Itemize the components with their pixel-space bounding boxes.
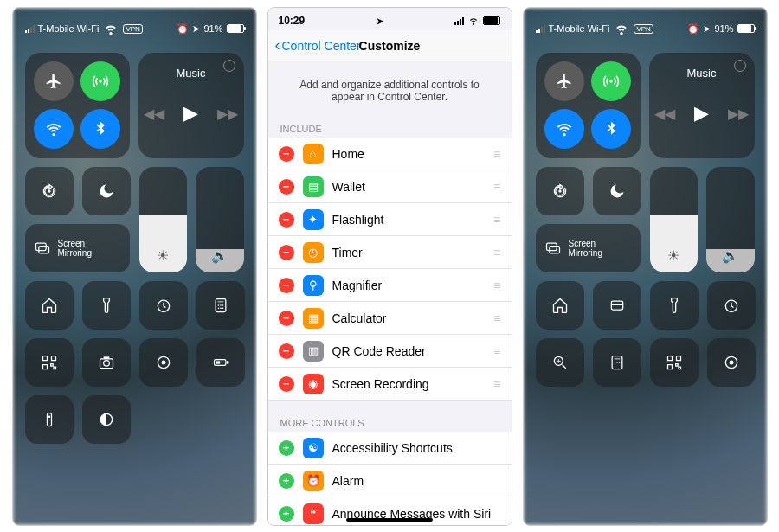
- wifi-toggle[interactable]: [544, 109, 584, 149]
- rewind-button[interactable]: ◀◀: [654, 106, 675, 122]
- svg-point-21: [48, 415, 50, 418]
- settings-row[interactable]: −▦Calculator≡: [268, 302, 512, 335]
- volume-slider[interactable]: 🔈: [196, 167, 244, 272]
- forward-button[interactable]: ▶▶: [728, 106, 749, 122]
- reorder-handle[interactable]: ≡: [487, 344, 501, 358]
- play-button[interactable]: ▶: [183, 102, 198, 125]
- add-button[interactable]: +: [279, 440, 294, 456]
- navigation-bar: ‹ Control Center Customize: [268, 30, 512, 61]
- remove-button[interactable]: −: [279, 278, 294, 293]
- speaker-icon: 🔈: [706, 247, 755, 264]
- svg-point-9: [217, 308, 219, 310]
- rotation-lock-toggle[interactable]: [536, 167, 584, 215]
- settings-row[interactable]: −⚲Magnifier≡: [268, 269, 512, 302]
- time-label: 10:29: [279, 15, 306, 27]
- home-indicator[interactable]: [346, 518, 433, 522]
- reorder-handle[interactable]: ≡: [487, 377, 501, 391]
- bluetooth-toggle[interactable]: [80, 109, 120, 149]
- tile-remote[interactable]: [25, 395, 74, 444]
- settings-row[interactable]: +❝Announce Messages with Siri: [268, 497, 512, 526]
- svg-point-8: [222, 304, 223, 306]
- remove-button[interactable]: −: [279, 146, 294, 162]
- remove-button[interactable]: −: [279, 311, 294, 326]
- tile-record[interactable]: [707, 338, 756, 387]
- connectivity-module[interactable]: [536, 53, 641, 158]
- bluetooth-toggle[interactable]: [591, 109, 631, 149]
- music-module[interactable]: Music ◀◀ ▶ ▶▶: [138, 53, 244, 158]
- tile-home[interactable]: [536, 281, 584, 330]
- tile-timer[interactable]: [707, 281, 756, 330]
- music-title: Music: [147, 67, 235, 80]
- svg-rect-25: [549, 247, 559, 253]
- reorder-handle[interactable]: ≡: [487, 213, 501, 227]
- remove-button[interactable]: −: [279, 212, 294, 228]
- remove-button[interactable]: −: [279, 343, 294, 359]
- tile-qr[interactable]: [25, 338, 74, 387]
- tile-timer[interactable]: [139, 281, 188, 330]
- dnd-toggle[interactable]: [82, 167, 131, 215]
- tile-camera[interactable]: [82, 338, 131, 387]
- reorder-handle[interactable]: ≡: [487, 147, 501, 161]
- connectivity-module[interactable]: [25, 53, 130, 158]
- tile-flashlight[interactable]: [650, 281, 699, 330]
- settings-row[interactable]: −⌂Home≡: [268, 138, 512, 170]
- wifi-icon: [613, 19, 630, 38]
- location-icon: ➤: [377, 16, 383, 26]
- cellular-toggle[interactable]: [591, 61, 631, 101]
- airplay-icon[interactable]: [734, 60, 746, 72]
- remove-button[interactable]: −: [279, 245, 294, 260]
- music-module[interactable]: Music ◀◀ ▶ ▶▶: [649, 53, 755, 158]
- brightness-slider[interactable]: ☀: [139, 167, 188, 272]
- tile-qr[interactable]: [650, 338, 699, 387]
- add-button[interactable]: +: [279, 506, 294, 522]
- tile-flashlight[interactable]: [82, 281, 131, 330]
- dnd-toggle[interactable]: [593, 167, 641, 215]
- tile-record[interactable]: [139, 338, 188, 387]
- app-icon: ⏰: [303, 471, 324, 491]
- reorder-handle[interactable]: ≡: [487, 279, 501, 292]
- battery-pct: 91%: [203, 23, 222, 34]
- rewind-button[interactable]: ◀◀: [144, 106, 164, 122]
- cellular-toggle[interactable]: [80, 61, 120, 101]
- tile-calculator[interactable]: [593, 338, 641, 387]
- remove-button[interactable]: −: [279, 376, 294, 392]
- rotation-lock-toggle[interactable]: [25, 167, 74, 215]
- reorder-handle[interactable]: ≡: [487, 311, 501, 325]
- app-icon: ▦: [303, 308, 324, 329]
- settings-row[interactable]: −▤Wallet≡: [268, 170, 512, 203]
- volume-slider[interactable]: 🔈: [706, 167, 755, 272]
- app-icon: ❝: [303, 503, 324, 524]
- reorder-handle[interactable]: ≡: [487, 180, 501, 194]
- tile-calculator[interactable]: [196, 281, 245, 330]
- screen-mirroring-button[interactable]: Screen Mirroring: [25, 224, 130, 272]
- screen-mirroring-button[interactable]: Screen Mirroring: [536, 224, 641, 272]
- wifi-toggle[interactable]: [34, 109, 74, 149]
- settings-row[interactable]: −◷Timer≡: [268, 236, 512, 269]
- svg-rect-27: [611, 304, 622, 305]
- tile-wallet[interactable]: [593, 281, 641, 330]
- svg-point-11: [222, 308, 223, 310]
- svg-point-16: [161, 361, 165, 365]
- add-button[interactable]: +: [279, 473, 294, 489]
- tile-home[interactable]: [25, 281, 74, 330]
- settings-row[interactable]: −✦Flashlight≡: [268, 203, 512, 236]
- reorder-handle[interactable]: ≡: [487, 246, 501, 260]
- battery-icon: [483, 16, 500, 25]
- airplay-icon[interactable]: [223, 60, 235, 72]
- forward-button[interactable]: ▶▶: [217, 106, 238, 122]
- settings-row[interactable]: +⏰Alarm: [268, 465, 512, 497]
- brightness-slider[interactable]: ☀: [650, 167, 699, 272]
- remove-button[interactable]: −: [279, 179, 294, 195]
- airplane-toggle[interactable]: [544, 61, 584, 101]
- tile-lowpower[interactable]: [196, 338, 245, 387]
- row-label: Screen Recording: [332, 377, 479, 391]
- tile-darkmode[interactable]: [82, 395, 131, 444]
- settings-row[interactable]: −▥QR Code Reader≡: [268, 335, 512, 368]
- tile-magnifier[interactable]: [536, 338, 584, 387]
- settings-row[interactable]: +☯Accessibility Shortcuts: [268, 432, 512, 465]
- svg-point-13: [103, 361, 109, 367]
- settings-row[interactable]: −◉Screen Recording≡: [268, 368, 512, 401]
- signal-icon: [536, 25, 545, 33]
- play-button[interactable]: ▶: [694, 102, 709, 125]
- airplane-toggle[interactable]: [34, 61, 74, 101]
